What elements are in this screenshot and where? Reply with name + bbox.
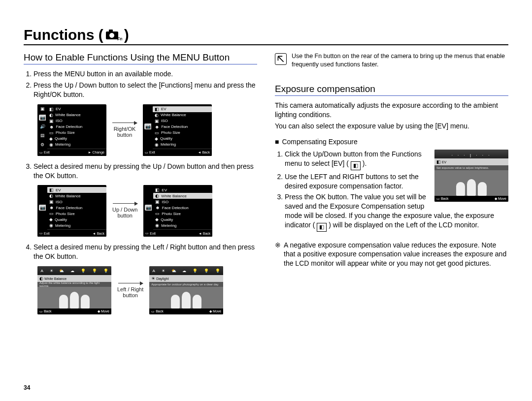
left-heading: How to Enable Functions Using the MENU B… xyxy=(24,52,257,63)
camera-fn-icon: Fn xyxy=(105,29,122,41)
fn-note: Use the Fn button on the rear of the cam… xyxy=(275,52,508,69)
left-steps-3: Select a desired menu by pressing the Up… xyxy=(24,162,257,181)
right-sub-bullet: ■Compensating Exposure xyxy=(275,137,508,147)
screen-a: ▣ 📷 🔊 ▤ ⚙ ◧EV ◐White Balance ▣ISO ☻Face … xyxy=(37,104,106,156)
reference-mark-icon: ※ xyxy=(275,241,281,269)
screen-b: 📷 ◧EV ◐White Balance ▣ISO ☻Face Detectio… xyxy=(143,104,212,156)
screenshot-row-1: ▣ 📷 🔊 ▤ ⚙ ◧EV ◐White Balance ▣ISO ☻Face … xyxy=(37,104,257,156)
screenshot-row-2: 📷 ◧EV ◐White Balance ▣ISO ☻Face Detectio… xyxy=(37,185,257,237)
page-number: 34 xyxy=(24,384,30,391)
page-title: Functions ( Fn ) xyxy=(24,27,508,43)
svg-point-2 xyxy=(109,33,114,38)
left-step-1: Press the MENU button in an available mo… xyxy=(33,69,257,79)
left-column: How to Enable Functions Using the MENU B… xyxy=(24,52,257,320)
title-prefix: Functions ( xyxy=(24,27,103,43)
left-step-3: Select a desired menu by pressing the Up… xyxy=(33,162,257,181)
square-bullet-icon: ■ xyxy=(275,138,279,146)
svg-point-4 xyxy=(279,58,280,59)
ev-indicator-icon: ◧ xyxy=(317,223,327,232)
right-column: Use the Fn button on the rear of the cam… xyxy=(275,52,508,320)
screen-f: A☀⛅☁💡💡💡 ☀ Daylight Appropriate for outdo… xyxy=(149,266,223,314)
title-underline xyxy=(24,44,508,45)
svg-text:Fn: Fn xyxy=(117,36,122,41)
right-postscript: ※ A negative exposure compensation value… xyxy=(275,241,508,269)
arrow-3: Left / Right button xyxy=(117,283,143,298)
screen-c: 📷 ◧EV ◐White Balance ▣ISO ☻Face Detectio… xyxy=(37,185,106,237)
right-heading: Exposure compensation xyxy=(275,84,508,94)
svg-rect-1 xyxy=(109,30,113,32)
left-underline xyxy=(24,64,257,64)
screen-e: A☀⛅☁💡💡💡 ◐ White Balance Adjust the white… xyxy=(37,266,111,314)
note-icon xyxy=(275,53,287,65)
left-steps-1-2: Press the MENU button in an available mo… xyxy=(24,69,257,99)
left-step-2: Press the Up / Down button to select the… xyxy=(33,81,257,99)
screen-d: 📷 ◧EV ◐White Balance ▣ISO ☻Face Detectio… xyxy=(143,185,212,237)
title-suffix: ) xyxy=(124,27,129,43)
right-intro-1: This camera automatically adjusts the ex… xyxy=(275,101,508,120)
right-underline xyxy=(275,95,508,96)
arrow-1: Right/OK button xyxy=(112,123,137,138)
arrow-2: Up / Down button xyxy=(112,203,137,218)
note-text: Use the Fn button on the rear of the cam… xyxy=(292,52,508,69)
screen-ev: · · · | · · · ◧ EV Set exposure value to… xyxy=(434,150,508,202)
left-steps-4: Select a desired menu by pressing the Le… xyxy=(24,243,257,261)
screenshot-row-3: A☀⛅☁💡💡💡 ◐ White Balance Adjust the white… xyxy=(37,266,257,314)
ev-icon: ◧ xyxy=(351,161,361,170)
right-intro-2: You can also select the exposure value b… xyxy=(275,122,508,131)
manual-page: Functions ( Fn ) How to Enable Functions… xyxy=(0,0,532,401)
left-step-4: Select a desired menu by pressing the Le… xyxy=(33,243,257,261)
